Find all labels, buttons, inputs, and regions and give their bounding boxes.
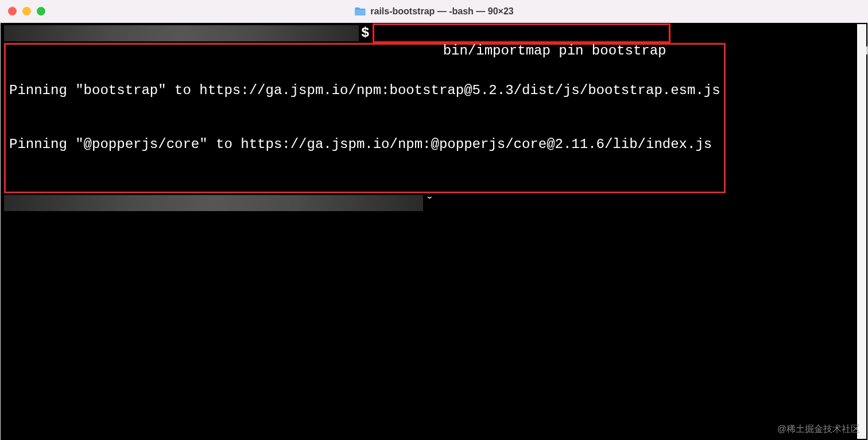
terminal-body[interactable]: $ bin/importmap pin bootstrap Pinning "b… — [0, 23, 868, 440]
watermark: @稀土掘金技术社区 — [777, 423, 860, 435]
redacted-prompt-prefix — [4, 195, 423, 211]
command-text: bin/importmap pin bootstrap — [443, 43, 666, 59]
output-highlight: Pinning "bootstrap" to https://ga.jspm.i… — [4, 43, 726, 193]
close-button[interactable] — [8, 7, 17, 15]
prompt-symbol: $ — [361, 24, 369, 42]
title-group: rails-bootstrap — -bash — 90×23 — [354, 6, 513, 17]
command-highlight: bin/importmap pin bootstrap — [373, 24, 670, 43]
traffic-lights — [8, 7, 45, 15]
maximize-button[interactable] — [37, 7, 45, 15]
prompt-line: $ bin/importmap pin bootstrap — [4, 24, 864, 42]
terminal-scrollbar[interactable] — [857, 24, 866, 439]
window-title: rails-bootstrap — -bash — 90×23 — [370, 6, 513, 17]
cursor-line: ˇ — [4, 194, 864, 212]
terminal-window: rails-bootstrap — -bash — 90×23 $ bin/im… — [0, 0, 868, 440]
output-line: Pinning "bootstrap" to https://ga.jspm.i… — [9, 81, 720, 99]
cursor-char: ˇ — [425, 194, 433, 212]
titlebar: rails-bootstrap — -bash — 90×23 — [0, 0, 868, 23]
folder-icon — [354, 7, 366, 16]
redacted-prompt-prefix — [4, 25, 359, 41]
minimize-button[interactable] — [22, 7, 31, 15]
output-line: Pinning "@popperjs/core" to https://ga.j… — [9, 135, 720, 153]
